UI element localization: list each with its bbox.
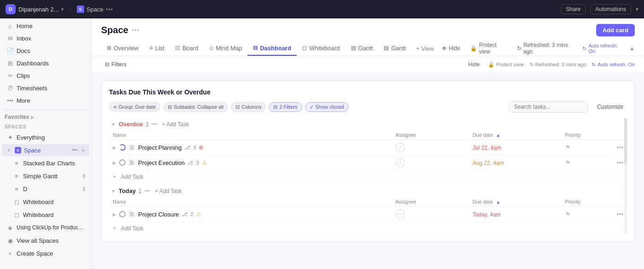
today-dots-icon[interactable]: ••• <box>144 188 150 194</box>
sidebar-item-dashboards[interactable]: ⊞ Dashboards <box>2 57 90 69</box>
auto-refresh-bar[interactable]: ↻ Auto refresh: On <box>592 62 635 68</box>
tab-whiteboard[interactable]: ◻ Whiteboard <box>297 41 345 56</box>
today-collapse-icon[interactable]: ▼ <box>111 188 116 194</box>
priority-flag-icon[interactable]: ⚑ <box>565 144 571 151</box>
scrollbar-track[interactable] <box>624 118 627 234</box>
automations-button[interactable]: Automations <box>590 4 631 14</box>
protect-view-status[interactable]: 🔒 Protect view <box>488 62 524 68</box>
dashboard-tab-icon: ⊟ <box>253 45 258 51</box>
priority-flag-icon[interactable]: ⚑ <box>565 159 571 166</box>
collapse-tabs-button[interactable]: ▲ <box>629 45 635 52</box>
tab-gantt1[interactable]: ▤ Gantt <box>345 41 379 56</box>
add-task-label[interactable]: Add Task <box>121 174 144 180</box>
task-more-icon[interactable]: ••• <box>616 159 623 166</box>
sidebar-item-whiteboard2[interactable]: ◻ Whiteboard <box>2 209 90 221</box>
group-chip[interactable]: ≡ Group: Due date <box>109 102 161 111</box>
tab-label-gantt2: Gantt <box>391 45 406 52</box>
task-expand-icon[interactable]: ▶ <box>113 212 116 217</box>
customize-button[interactable]: Customize <box>593 102 627 111</box>
task-name-label: Project Execution <box>138 159 184 166</box>
topbar-dropdown-arrow-icon[interactable]: ▾ <box>636 6 638 12</box>
space-dots-icon[interactable]: ••• <box>72 147 78 153</box>
task-status-indicator[interactable] <box>119 144 126 151</box>
tab-gantt2[interactable]: ▤ Gantt <box>378 41 411 56</box>
filters-button[interactable]: ⊟ Filters <box>101 60 130 69</box>
sidebar-item-home[interactable]: ⌂ Home <box>2 20 90 32</box>
simple-gantt-count: 3 <box>82 173 85 179</box>
task-name-cell: ▶ D Project Execution ⎇ 3 ⚠ <box>109 155 392 170</box>
overdue-add-task-link[interactable]: + Add Task <box>162 121 189 128</box>
add-task-plus-icon[interactable]: + <box>113 173 116 180</box>
tab-mindmap[interactable]: ◇ Mind Map <box>204 41 247 56</box>
sidebar-item-create-space[interactable]: + Create Space <box>2 247 90 259</box>
assignee-col-header: Assignee <box>392 130 469 140</box>
scrollbar-thumb[interactable] <box>624 118 627 164</box>
task-table-container[interactable]: ▼ Overdue 2 ••• + Add Task Name <box>109 118 627 234</box>
tab-label-dashboard: Dashboard <box>260 45 291 52</box>
assignee-avatar[interactable]: + <box>396 143 405 152</box>
assignee-avatar[interactable]: + <box>396 210 405 219</box>
add-view-button[interactable]: + View <box>411 42 439 55</box>
view-all-spaces-icon: ◉ <box>6 237 14 244</box>
sidebar-item-more[interactable]: ••• More <box>2 94 90 106</box>
tab-overview[interactable]: ⊞ Overview <box>101 41 144 56</box>
stacked-bar-charts-icon: ≡ <box>13 159 20 167</box>
task-status-indicator[interactable] <box>119 211 126 217</box>
task-more-icon[interactable]: ••• <box>616 144 623 151</box>
sidebar-item-docs[interactable]: 📄 Docs <box>2 45 90 57</box>
sidebar-item-view-all-spaces[interactable]: ◉ View all Spaces <box>2 234 90 246</box>
search-input[interactable] <box>509 101 588 112</box>
sidebar-item-stacked-bar-charts[interactable]: ≡ Stacked Bar Charts <box>2 157 90 169</box>
columns-chip[interactable]: ⊡ Columns <box>231 102 266 112</box>
tab-dashboard[interactable]: ⊟ Dashboard <box>247 41 297 56</box>
hide-filters-button[interactable]: Hide <box>466 60 483 69</box>
add-task-cell: + Add Task <box>109 170 627 183</box>
sidebar-item-timesheets[interactable]: ⏱ Timesheets <box>2 82 90 94</box>
tab-label-whiteboard: Whiteboard <box>309 45 339 52</box>
sidebar-item-space[interactable]: ▼ S Space ••• + <box>2 144 90 156</box>
tabs-list: ⊞ Overview ≡ List ⊡ Board ◇ Mind Map <box>101 41 439 56</box>
due-date-col-header[interactable]: Due date ▲ <box>469 130 561 140</box>
overdue-dots-icon[interactable]: ••• <box>151 121 157 128</box>
protect-view-button[interactable]: 🔒 Protect view <box>467 41 509 56</box>
tab-list[interactable]: ≡ List <box>144 41 170 56</box>
task-priority-cell: ⚑ <box>561 155 613 170</box>
add-task-today-label[interactable]: Add Task <box>121 225 144 232</box>
workspace-chevron-icon[interactable]: ▾ <box>61 6 64 12</box>
sidebar-label-view-all-spaces: View all Spaces <box>17 237 85 244</box>
columns-label: Columns <box>242 104 261 110</box>
sidebar-item-using-clickup[interactable]: ◈ Using ClickUp for Producti... <box>2 222 90 234</box>
task-status-indicator[interactable] <box>119 159 126 166</box>
sidebar-item-clips[interactable]: ✂ Clips <box>2 70 90 82</box>
sidebar-item-d[interactable]: ≡ D 3 <box>2 183 90 195</box>
space-add-icon[interactable]: + <box>81 146 85 154</box>
add-task-today-plus-icon[interactable]: + <box>113 224 116 232</box>
mindmap-tab-icon: ◇ <box>209 45 213 51</box>
auto-refresh-button[interactable]: ↻ Auto refresh: On <box>582 43 623 54</box>
space-dots-topbar[interactable]: ••• <box>106 6 114 13</box>
today-add-task-link[interactable]: + Add Task <box>155 188 182 194</box>
assignee-avatar[interactable]: + <box>396 158 405 167</box>
page-dots-icon[interactable]: ••• <box>132 27 140 34</box>
task-more-icon[interactable]: ••• <box>616 211 623 218</box>
share-button[interactable]: Share <box>561 4 586 14</box>
filters-chip[interactable]: ⊟ 2 Filters <box>269 102 302 112</box>
task-expand-icon[interactable]: ▶ <box>113 160 116 165</box>
tab-board[interactable]: ⊡ Board <box>170 41 204 56</box>
today-due-col[interactable]: Due date ▲ <box>469 197 561 207</box>
topbar-left: D Dipanjenah 2... ▾ | S Space ••• <box>6 4 113 14</box>
priority-flag-icon[interactable]: ⚑ <box>565 211 571 218</box>
show-closed-chip[interactable]: ✓ Show closed <box>305 102 349 112</box>
sidebar-item-whiteboard1[interactable]: ◻ Whiteboard <box>2 196 90 208</box>
workspace-switcher[interactable]: D Dipanjenah 2... ▾ <box>6 4 64 14</box>
current-space-breadcrumb[interactable]: S Space ••• <box>77 6 114 13</box>
sidebar-item-inbox[interactable]: ✉ Inbox <box>2 32 90 44</box>
task-expand-icon[interactable]: ▶ <box>113 145 116 150</box>
sidebar-item-everything[interactable]: ✦ Everything <box>2 131 90 143</box>
subtasks-chip[interactable]: ⊟ Subtasks: Collapse all <box>163 102 228 112</box>
hide-button[interactable]: 👁 Hide <box>439 44 463 53</box>
favorites-section[interactable]: Favorites ▶ <box>0 112 92 121</box>
add-card-button[interactable]: Add card <box>596 24 635 36</box>
overdue-collapse-icon[interactable]: ▼ <box>111 122 116 127</box>
sidebar-item-simple-gantt[interactable]: ≡ Simple Gantt 3 <box>2 170 90 182</box>
